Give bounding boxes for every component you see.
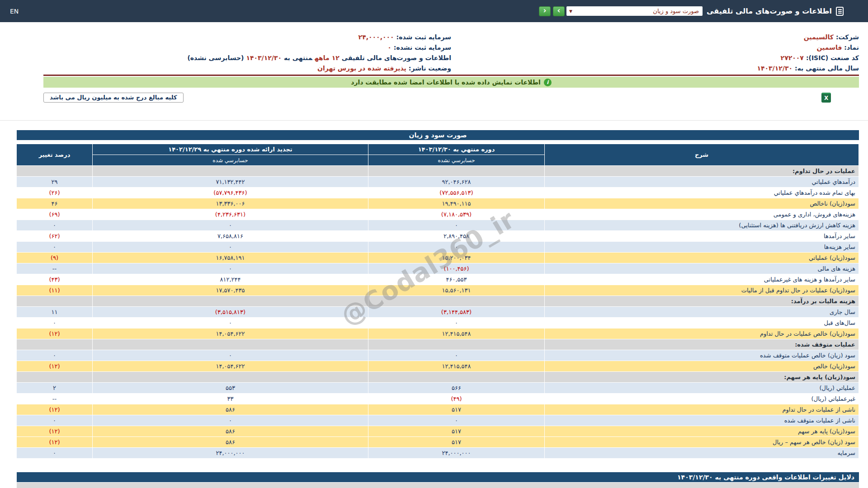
row-label: سود(زيان) پايه هر سهم xyxy=(545,426,859,436)
col-header-pct-change: درصد تغییر xyxy=(17,144,92,165)
next-statement-button[interactable]: › xyxy=(553,6,565,16)
amounts-unit-note: کلیه مبالغ درج شده به میلیون ریال می باش… xyxy=(43,93,184,103)
pl-table-title: صورت سود و زیان xyxy=(17,130,859,140)
row-label: عملیات متوقف شده: xyxy=(545,339,859,350)
company-info-section: شرکت:کالسیمیننماد:فاسمینکد صنعت (ISIC):۲… xyxy=(43,32,859,74)
info-field-label: نماد: xyxy=(844,44,859,51)
info-field-label: منتهی به xyxy=(284,54,312,61)
value-restated-period: ۳۳ xyxy=(93,394,368,404)
section-row: هزینه مالیات بر درآمد: xyxy=(17,296,859,306)
data-row: عملياتي (ريال)۵۶۶۵۵۳۲ xyxy=(17,383,859,393)
info-field-value: ۱۴۰۳/۱۲/۳۰ xyxy=(246,54,282,61)
info-row: وضعیت ناشر:پذیرفته شده در بورس تهران xyxy=(43,63,451,74)
info-field-value: ۲۴,۰۰۰,۰۰۰ xyxy=(359,33,394,41)
value-current-period xyxy=(368,372,544,382)
info-circle-icon: i xyxy=(544,79,552,86)
value-pct-change: -- xyxy=(17,394,92,404)
value-pct-change: (۲۶) xyxy=(17,188,92,198)
row-label: درآمدهاي عملياتي xyxy=(545,177,859,187)
value-current-period: ۰ xyxy=(368,318,544,328)
data-row: سرمایه۲۴,۰۰۰,۰۰۰۲۴,۰۰۰,۰۰۰۰ xyxy=(17,448,859,458)
value-pct-change: (۱۲) xyxy=(17,361,92,371)
info-field-label: سرمایه ثبت شده: xyxy=(396,33,451,41)
value-current-period: ۱۵,۵۶۰,۱۳۱ xyxy=(368,285,544,296)
info-field-value: ۰ xyxy=(387,44,392,51)
data-row: سایر درآمدها۲,۸۹۰,۴۵۸۷,۶۵۸,۸۱۶(۶۲) xyxy=(17,231,859,241)
info-row: نماد:فاسمین xyxy=(451,42,859,53)
value-pct-change: ۰ xyxy=(17,415,92,426)
page: { "topbar": { "en_label": "EN", "title":… xyxy=(0,0,868,488)
info-row: سال مالی منتهی به:۱۴۰۳/۱۲/۳۰ xyxy=(451,63,859,74)
data-row: هزینه کاهش ارزش دریافتنی ها (هزینه استثن… xyxy=(17,220,859,230)
value-restated-period xyxy=(93,372,368,382)
value-pct-change: -- xyxy=(17,263,92,274)
value-pct-change: (۱۲) xyxy=(17,328,92,339)
info-field-value: ۱۲ ماهه xyxy=(315,54,340,61)
info-field-value: ۲۷۲۰۰۷ xyxy=(781,54,804,61)
table-header-row: شرح دوره منتهي به ۱۴۰۳/۱۲/۳۰ تجدید ارائه… xyxy=(17,144,859,155)
value-restated-period: ۷۱,۱۳۲,۴۴۲ xyxy=(93,177,368,187)
changes-reasons-header: دلایل تغییرات اطلاعات واقعی دوره منتهی ب… xyxy=(17,472,859,482)
value-pct-change: ۴۶ xyxy=(17,198,92,209)
data-row: سایر هزینه‌ها۰۰۰ xyxy=(17,242,859,252)
statement-nav-buttons: › ‹ xyxy=(539,6,565,16)
statement-select[interactable]: صورت سود و زیان ▼ xyxy=(566,6,703,16)
info-row: شرکت:کالسیمین xyxy=(451,32,859,42)
pl-table: شرح دوره منتهي به ۱۴۰۳/۱۲/۳۰ تجدید ارائه… xyxy=(16,144,859,459)
value-pct-change: (۹) xyxy=(17,253,92,263)
data-row: درآمدهاي عملياتي۹۲,۰۴۶,۶۲۸۷۱,۱۳۲,۴۴۲۲۹ xyxy=(17,177,859,187)
value-pct-change: (۱۲) xyxy=(17,404,92,415)
row-label: ناشی از عملیات متوقف شده xyxy=(545,415,859,426)
top-navbar: اطلاعات و صورت‌های مالی تلفیقی صورت سود … xyxy=(0,0,868,22)
value-pct-change xyxy=(17,296,92,306)
value-restated-period: ۸۱۲,۲۴۴ xyxy=(93,274,368,285)
value-restated-period: (۵۷,۷۹۶,۴۳۶) xyxy=(93,188,368,198)
value-restated-period: ۱۳,۳۳۶,۰۰۶ xyxy=(93,198,368,209)
data-row: سود(زيان) خالص۱۲,۴۱۵,۵۴۸۱۴,۰۵۴,۶۲۲(۱۲) xyxy=(17,361,859,371)
maroon-divider xyxy=(43,75,859,76)
value-pct-change: (۴۳) xyxy=(17,274,92,285)
value-current-period xyxy=(368,166,544,176)
section-row: عملیات در حال تداوم: xyxy=(17,166,859,176)
data-row: سود(زيان) عمليات در حال تداوم قبل از مال… xyxy=(17,285,859,296)
value-current-period xyxy=(368,296,544,306)
value-restated-period: ۵۵۳ xyxy=(93,383,368,393)
row-label: سود(زيان) عملياتي xyxy=(545,253,859,263)
data-row: ناشی از عملیات در حال تداوم۵۱۷۵۸۶(۱۲) xyxy=(17,404,859,415)
data-row: سود (زیان) خالص هر سهم – ریال۵۱۷۵۸۶(۱۲) xyxy=(17,437,859,447)
value-current-period: ۹۲,۰۴۶,۶۲۸ xyxy=(368,177,544,187)
row-label: سایر درآمدها xyxy=(545,231,859,241)
col-subheader-unaudited: حسابرسي نشده xyxy=(368,155,544,165)
value-current-period: ۵۱۷ xyxy=(368,437,544,447)
value-restated-period: ۵۸۶ xyxy=(93,437,368,447)
value-current-period: ۱۵,۲۰۰,۰۳۴ xyxy=(368,253,544,263)
value-restated-period: ۱۷,۵۷۰,۴۳۵ xyxy=(93,285,368,296)
section-divider xyxy=(0,120,868,121)
prev-statement-button[interactable]: ‹ xyxy=(539,6,551,16)
language-switch-en[interactable]: EN xyxy=(10,8,19,15)
row-label: بهاى تمام شده درآمدهاي عملياتي xyxy=(545,188,859,198)
data-row: سود(زيان) خالص عمليات در حال تداوم۱۲,۴۱۵… xyxy=(17,328,859,339)
company-info-right: شرکت:کالسیمیننماد:فاسمینکد صنعت (ISIC):۲… xyxy=(451,32,859,74)
value-pct-change xyxy=(17,166,92,176)
row-label: هزینه مالیات بر درآمد: xyxy=(545,296,859,306)
page-title: اطلاعات و صورت‌های مالی تلفیقی xyxy=(707,7,832,15)
value-current-period: ۱۹,۴۹۰,۱۱۵ xyxy=(368,198,544,209)
row-label: سایر درآمدها و هزینه های غیرعملیاتی xyxy=(545,274,859,285)
col-subheader-audited: حسابرسي شده xyxy=(93,155,368,165)
value-pct-change: ۰ xyxy=(17,350,92,361)
excel-export-icon[interactable]: X xyxy=(821,93,831,103)
row-label: سود(زیان) پایه هر سهم: xyxy=(545,372,859,382)
row-label: سود(زيان) خالص xyxy=(545,361,859,371)
row-label: سود(زيان) عمليات در حال تداوم قبل از مال… xyxy=(545,285,859,296)
value-current-period: (۱۰۰,۴۵۶) xyxy=(368,263,544,274)
value-restated-period: ۲۴,۰۰۰,۰۰۰ xyxy=(93,448,368,458)
data-row: سایر درآمدها و هزینه های غیرعملیاتی۴۶۰,۵… xyxy=(17,274,859,285)
data-row: سود(زيان) عملياتي۱۵,۲۰۰,۰۳۴۱۶,۷۵۸,۱۹۱(۹) xyxy=(17,253,859,263)
info-field-label: اطلاعات و صورت‌های مالی تلفیقی xyxy=(342,54,451,61)
note-row: X کلیه مبالغ درج شده به میلیون ریال می ب… xyxy=(43,92,859,103)
info-field-label: شرکت: xyxy=(836,33,859,41)
value-restated-period: ۵۸۶ xyxy=(93,426,368,436)
info-field-label: سرمایه ثبت نشده: xyxy=(394,44,451,51)
value-restated-period xyxy=(93,166,368,176)
